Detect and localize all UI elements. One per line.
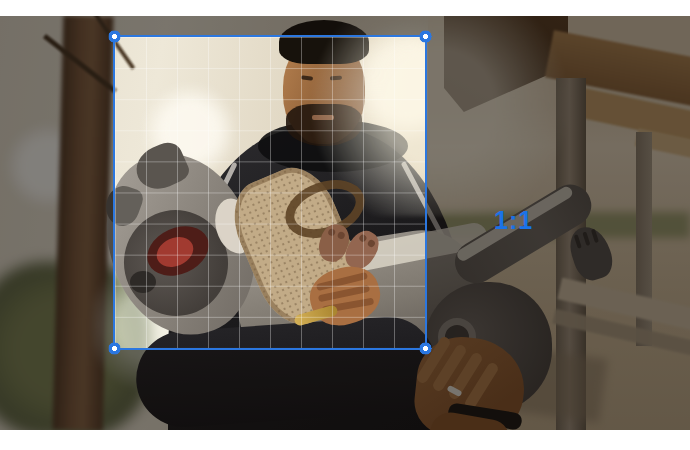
crop-handle-bottom-right[interactable]: [419, 342, 432, 355]
dog-paw-toe: [582, 231, 590, 246]
photo-image[interactable]: 1:1: [0, 16, 690, 430]
dog-paw-toe: [574, 234, 582, 249]
crop-handle-top-left[interactable]: [108, 30, 121, 43]
crop-handle-top-right[interactable]: [419, 30, 432, 43]
photo-editor-canvas: 1:1: [0, 0, 690, 450]
crop-handle-bottom-left[interactable]: [108, 342, 121, 355]
crop-box[interactable]: [113, 35, 427, 350]
aspect-ratio-label: 1:1: [494, 206, 533, 235]
dog-paw-toe: [591, 229, 599, 244]
